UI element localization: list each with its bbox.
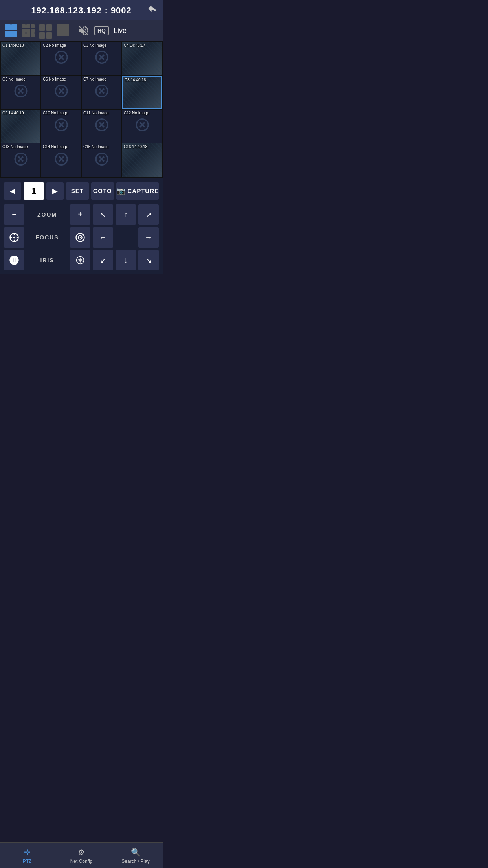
camera-label-c16: C16 14:40:18 bbox=[124, 145, 147, 149]
camera-cell-c13[interactable]: C13 No Image bbox=[1, 143, 40, 177]
focus-row: FOCUS ← → bbox=[4, 227, 159, 248]
camera-label-c15: C15 No Image bbox=[83, 145, 108, 149]
grid-9-button[interactable] bbox=[20, 23, 36, 39]
camera-cell-c7[interactable]: C7 No Image bbox=[82, 76, 121, 109]
camera-cell-c5[interactable]: C5 No Image bbox=[1, 76, 40, 109]
mute-button[interactable] bbox=[76, 23, 91, 38]
toolbar: HQ Live bbox=[0, 20, 163, 41]
iris-label: IRIS bbox=[27, 257, 68, 263]
zoom-plus-button[interactable]: + bbox=[70, 204, 90, 225]
camera-label-c10: C10 No Image bbox=[43, 111, 68, 115]
dir-ne-button[interactable]: ↗ bbox=[138, 204, 159, 225]
next-page-button[interactable]: ▶ bbox=[46, 182, 64, 200]
header: 192.168.123.192 : 9002 bbox=[0, 0, 163, 20]
camera-cell-c14[interactable]: C14 No Image bbox=[41, 143, 81, 177]
capture-button[interactable]: 📷 CAPTURE bbox=[116, 182, 159, 200]
dir-n-button[interactable]: ↑ bbox=[116, 204, 136, 225]
capture-icon: 📷 bbox=[116, 187, 125, 195]
grid-4-button[interactable] bbox=[3, 23, 19, 39]
controls-panel: ◀ 1 ▶ SET GOTO 📷 CAPTURE − ZOOM + ↖ ↑ ↗ … bbox=[0, 178, 163, 274]
camera-cell-c1[interactable]: C1 14:40:18 bbox=[1, 42, 40, 75]
focus-far-button[interactable] bbox=[70, 227, 90, 248]
focus-label: FOCUS bbox=[27, 234, 68, 241]
dir-center bbox=[116, 227, 136, 248]
no-image-icon bbox=[14, 152, 28, 169]
page-controls: ◀ 1 ▶ SET GOTO 📷 CAPTURE bbox=[4, 182, 159, 200]
camera-label-c13: C13 No Image bbox=[2, 145, 28, 149]
no-image-icon bbox=[54, 118, 68, 135]
no-image-icon bbox=[14, 84, 28, 101]
page-number: 1 bbox=[24, 182, 44, 200]
camera-cell-c12[interactable]: C12 No Image bbox=[122, 110, 162, 143]
camera-cell-c10[interactable]: C10 No Image bbox=[41, 110, 81, 143]
dir-nw-button[interactable]: ↖ bbox=[93, 204, 113, 225]
camera-cell-c16[interactable]: C16 14:40:18 bbox=[122, 143, 162, 177]
goto-button[interactable]: GOTO bbox=[91, 182, 114, 200]
camera-label-c1: C1 14:40:18 bbox=[2, 43, 24, 48]
no-image-icon bbox=[135, 118, 149, 135]
camera-cell-c8[interactable]: C8 14:40:18 bbox=[122, 76, 162, 109]
iris-row: IRIS ↙ ↓ ↘ bbox=[4, 250, 159, 270]
dir-se-button[interactable]: ↘ bbox=[138, 250, 159, 270]
svg-point-19 bbox=[80, 237, 81, 237]
no-image-icon bbox=[95, 84, 109, 101]
camera-cell-c2[interactable]: C2 No Image bbox=[41, 42, 81, 75]
camera-cell-c11[interactable]: C11 No Image bbox=[82, 110, 121, 143]
zoom-label: ZOOM bbox=[27, 211, 68, 218]
dir-w-button[interactable]: ← bbox=[93, 227, 113, 248]
grid-4large-button[interactable] bbox=[38, 23, 53, 39]
svg-point-12 bbox=[13, 236, 15, 238]
prev-page-button[interactable]: ◀ bbox=[4, 182, 21, 200]
iris-close-button[interactable] bbox=[70, 250, 90, 270]
logout-button[interactable] bbox=[147, 3, 158, 17]
camera-label-c3: C3 No Image bbox=[83, 43, 106, 48]
camera-label-c2: C2 No Image bbox=[43, 43, 66, 48]
camera-label-c11: C11 No Image bbox=[83, 111, 108, 115]
no-image-icon bbox=[54, 50, 68, 67]
no-image-icon bbox=[95, 50, 109, 67]
no-image-icon bbox=[54, 152, 68, 169]
zoom-minus-button[interactable]: − bbox=[4, 204, 24, 225]
header-title: 192.168.123.192 : 9002 bbox=[31, 6, 132, 15]
camera-label-c4: C4 14:40:17 bbox=[124, 43, 145, 48]
camera-label-c7: C7 No Image bbox=[83, 77, 106, 81]
camera-cell-c6[interactable]: C6 No Image bbox=[41, 76, 81, 109]
dir-sw-button[interactable]: ↙ bbox=[93, 250, 113, 270]
camera-cell-c9[interactable]: C9 14:40:19 bbox=[1, 110, 40, 143]
camera-label-c12: C12 No Image bbox=[124, 111, 149, 115]
camera-label-c6: C6 No Image bbox=[43, 77, 66, 81]
camera-label-c5: C5 No Image bbox=[2, 77, 26, 81]
camera-grid: C1 14:40:18C2 No Image C3 No Image C4 14… bbox=[0, 41, 163, 178]
zoom-row: − ZOOM + ↖ ↑ ↗ bbox=[4, 204, 159, 225]
grid-1-button[interactable] bbox=[55, 23, 71, 39]
mode-label: Live bbox=[114, 27, 127, 35]
ptz-controls: − ZOOM + ↖ ↑ ↗ FOCUS ← → bbox=[4, 204, 159, 270]
dir-s-button[interactable]: ↓ bbox=[116, 250, 136, 270]
hq-button[interactable]: HQ bbox=[94, 26, 109, 35]
camera-cell-c15[interactable]: C15 No Image bbox=[82, 143, 121, 177]
camera-cell-c4[interactable]: C4 14:40:17 bbox=[122, 42, 162, 75]
focus-near-button[interactable] bbox=[4, 227, 24, 248]
camera-label-c9: C9 14:40:19 bbox=[2, 111, 24, 115]
camera-cell-c3[interactable]: C3 No Image bbox=[82, 42, 121, 75]
no-image-icon bbox=[95, 152, 109, 169]
iris-open-button[interactable] bbox=[4, 250, 24, 270]
set-button[interactable]: SET bbox=[66, 182, 89, 200]
camera-label-c14: C14 No Image bbox=[43, 145, 68, 149]
camera-label-c8: C8 14:40:18 bbox=[125, 78, 146, 82]
dir-e-button[interactable]: → bbox=[138, 227, 159, 248]
no-image-icon bbox=[95, 118, 109, 135]
no-image-icon bbox=[54, 84, 68, 101]
